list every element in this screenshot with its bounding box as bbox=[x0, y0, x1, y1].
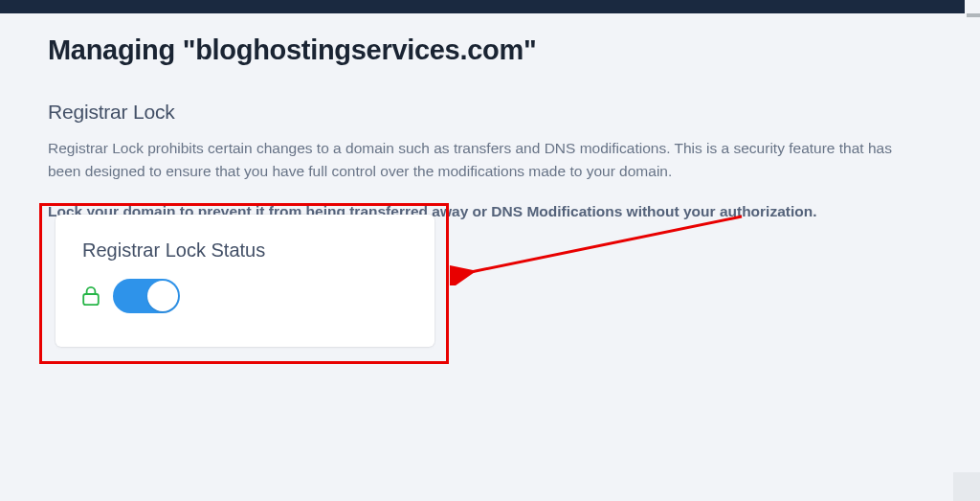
main-content: Managing "bloghostingservices.com" Regis… bbox=[0, 13, 980, 223]
top-nav-bar bbox=[0, 0, 965, 13]
scrollbar-track-fragment bbox=[967, 13, 980, 17]
page-title: Managing "bloghostingservices.com" bbox=[48, 34, 928, 66]
svg-rect-0 bbox=[83, 294, 99, 305]
window-resize-grip[interactable] bbox=[953, 472, 980, 501]
toggle-knob bbox=[147, 281, 178, 311]
registrar-lock-toggle[interactable] bbox=[113, 279, 180, 313]
section-description: Registrar Lock prohibits certain changes… bbox=[48, 137, 928, 183]
registrar-lock-card: Registrar Lock Status bbox=[56, 215, 434, 347]
lock-icon bbox=[82, 285, 100, 307]
section-title: Registrar Lock bbox=[48, 101, 928, 124]
svg-line-1 bbox=[471, 216, 742, 272]
card-title: Registrar Lock Status bbox=[82, 239, 408, 262]
lock-status-row bbox=[82, 279, 408, 313]
